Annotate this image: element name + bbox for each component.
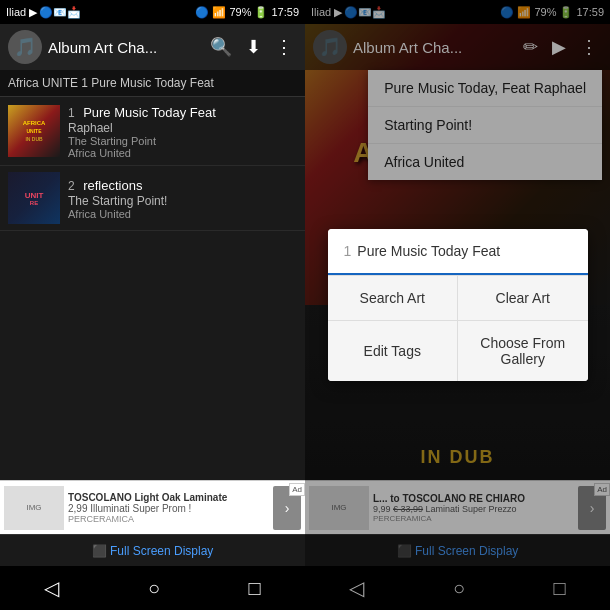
search-button[interactable]: 🔍	[206, 32, 236, 62]
track-title-1: 1 Pure Music Today Feat	[68, 103, 297, 121]
track-title-2: 2 reflections	[68, 176, 297, 194]
track-info-1: 1 Pure Music Today Feat Raphael The Star…	[68, 103, 297, 159]
track-artist-2: The Starting Point!	[68, 194, 297, 208]
ad-badge-left: Ad	[289, 483, 305, 496]
track-item-2[interactable]: UNIT RE 2 reflections The Starting Point…	[0, 166, 305, 231]
track-list: AFRICA UNITE IN DUB 1 Pure Music Today F…	[0, 97, 305, 480]
nav-bar-left: ◁ ○ □	[0, 566, 305, 610]
notification-icons: 🔵📧📩	[39, 6, 81, 19]
app-avatar: 🎵	[8, 30, 42, 64]
status-bar-left: Iliad ▶ 🔵📧📩 🔵 📶 79% 🔋 17:59	[0, 0, 305, 24]
edit-tags-button[interactable]: Edit Tags	[328, 321, 458, 381]
wifi-icon: 📶	[212, 6, 226, 19]
left-panel: Iliad ▶ 🔵📧📩 🔵 📶 79% 🔋 17:59 🎵 Album Art …	[0, 0, 305, 610]
status-right: 🔵 📶 79% 🔋 17:59	[195, 6, 299, 19]
track-thumbnail-1: AFRICA UNITE IN DUB	[8, 105, 60, 157]
dialog-overlay: 1 Pure Music Today Feat Search Art Clear…	[305, 0, 610, 610]
dialog-button-grid: Search Art Clear Art Edit Tags Choose Fr…	[328, 275, 588, 381]
ad-image-left: IMG	[4, 486, 64, 530]
right-panel: Iliad ▶ 🔵📧📩 🔵 📶 79% 🔋 17:59 🎵 Album Art …	[305, 0, 610, 610]
track-album-2: Africa United	[68, 208, 297, 220]
iliad-status: Iliad ▶	[6, 6, 37, 19]
dialog-track-row: 1 Pure Music Today Feat	[328, 229, 588, 275]
bluetooth-icon: 🔵	[195, 6, 209, 19]
battery-icon: 🔋	[254, 6, 268, 19]
status-left: Iliad ▶ 🔵📧📩	[6, 6, 81, 19]
more-menu-button[interactable]: ⋮	[271, 32, 297, 62]
action-dialog: 1 Pure Music Today Feat Search Art Clear…	[328, 229, 588, 381]
full-screen-label-left: ⬛ Full Screen Display	[92, 544, 214, 558]
dialog-track-number: 1	[344, 243, 352, 259]
track-artist-1: Raphael	[68, 121, 297, 135]
search-art-button[interactable]: Search Art	[328, 276, 458, 320]
download-button[interactable]: ⬇	[242, 32, 265, 62]
album-art-2: UNIT RE	[8, 172, 60, 224]
dialog-track-name: Pure Music Today Feat	[357, 243, 500, 259]
left-toolbar: 🎵 Album Art Cha... 🔍 ⬇ ⋮	[0, 24, 305, 70]
app-title: Album Art Cha...	[48, 39, 200, 56]
clear-art-button[interactable]: Clear Art	[458, 276, 588, 320]
track-info-2: 2 reflections The Starting Point! Africa…	[68, 176, 297, 220]
ad-text-left: TOSCOLANO Light Oak Laminate 2,99 Illumi…	[64, 492, 273, 524]
choose-gallery-button[interactable]: Choose From Gallery	[458, 321, 588, 381]
battery-level: 79%	[229, 6, 251, 18]
track-item[interactable]: AFRICA UNITE IN DUB 1 Pure Music Today F…	[0, 97, 305, 166]
track-album-1: The Starting Point	[68, 135, 297, 147]
time-left: 17:59	[271, 6, 299, 18]
album-art-1: AFRICA UNITE IN DUB	[8, 105, 60, 157]
full-screen-bar-left[interactable]: ⬛ Full Screen Display	[0, 534, 305, 566]
recent-button-left[interactable]: □	[241, 569, 269, 608]
back-button-left[interactable]: ◁	[36, 568, 67, 608]
home-button-left[interactable]: ○	[140, 569, 168, 608]
ad-banner-left: IMG TOSCOLANO Light Oak Laminate 2,99 Il…	[0, 480, 305, 534]
track-thumbnail-2: UNIT RE	[8, 172, 60, 224]
track-header: Africa UNITE 1 Pure Music Today Feat	[0, 70, 305, 97]
track-label-1: Africa United	[68, 147, 297, 159]
